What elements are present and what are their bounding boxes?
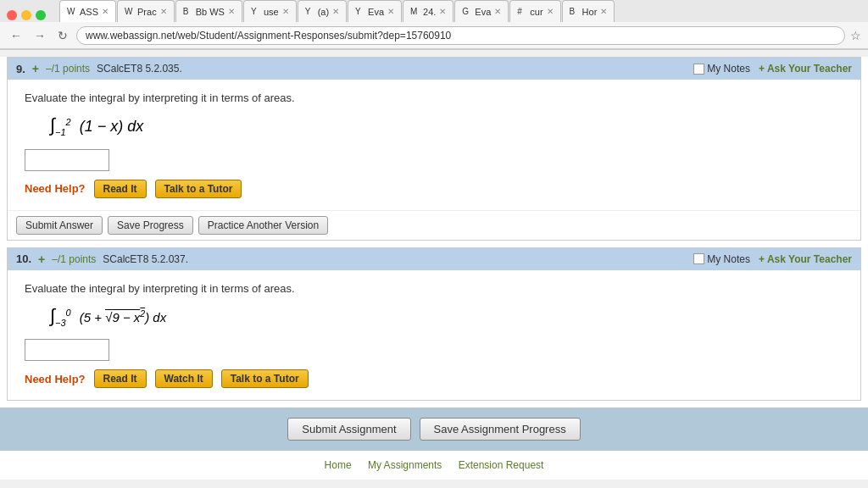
- question-10-prompt: Evaluate the integral by interpreting it…: [25, 282, 843, 295]
- ask-teacher-button-q10[interactable]: + Ask Your Teacher: [759, 253, 852, 265]
- question-10-answer-input[interactable]: [25, 339, 109, 361]
- tab-close-24[interactable]: ✕: [439, 7, 446, 16]
- tab-label-cur: cur: [530, 7, 542, 17]
- question-10: 10. + –/1 points SCalcET8 5.2.037. My No…: [7, 247, 861, 402]
- question-9-integral: ∫−12 (1 − x) dx: [50, 114, 843, 137]
- tab-icon-hor1: B: [570, 7, 580, 17]
- ask-teacher-plus-icon-q10: +: [759, 253, 765, 265]
- talk-to-tutor-button-q9[interactable]: Talk to a Tutor: [155, 180, 242, 198]
- ask-teacher-plus-icon-q9: +: [759, 63, 765, 75]
- page-content: 9. + –/1 points SCalcET8 5.2.035. My Not…: [0, 57, 868, 480]
- url-input[interactable]: [76, 26, 845, 45]
- tab-eva2[interactable]: G Eva ✕: [454, 0, 509, 22]
- tab-close-cur[interactable]: ✕: [547, 7, 554, 16]
- tab-label-use: use: [264, 7, 279, 17]
- question-9-prompt: Evaluate the integral by interpreting it…: [25, 92, 843, 104]
- tab-close-bb[interactable]: ✕: [228, 7, 235, 16]
- bookmark-icon[interactable]: ☆: [850, 29, 861, 42]
- read-it-button-q9[interactable]: Read It: [94, 180, 147, 198]
- tab-label-a: (a): [318, 7, 329, 17]
- tab-close-a[interactable]: ✕: [332, 7, 339, 16]
- tab-icon-a: Y: [305, 7, 315, 17]
- need-help-label-q10: Need Help?: [25, 373, 86, 385]
- tab-label-24: 24.: [423, 7, 436, 17]
- tab-icon-24: M: [410, 7, 420, 17]
- question-9-points: –/1 points: [46, 63, 90, 75]
- page-footer: Home My Assignments Extension Request: [0, 451, 868, 480]
- question-9-header-right: My Notes + Ask Your Teacher: [693, 63, 852, 75]
- close-button[interactable]: [7, 10, 17, 20]
- tab-label-prac: Prac: [137, 7, 157, 17]
- expand-icon-q10[interactable]: +: [38, 252, 45, 266]
- question-9-header-left: 9. + –/1 points SCalcET8 5.2.035.: [16, 62, 182, 75]
- question-9-number: 9.: [16, 63, 25, 75]
- my-notes-label-q10: My Notes: [707, 253, 750, 265]
- question-9-body: Evaluate the integral by interpreting it…: [8, 80, 860, 210]
- expand-icon-q9[interactable]: +: [32, 62, 39, 75]
- question-10-points: –/1 points: [52, 253, 96, 265]
- my-notes-checkbox-q9[interactable]: [693, 64, 704, 75]
- question-10-integral: ∫−30 (5 + √9 − x2) dx: [50, 305, 843, 328]
- tab-label-bb: Bb WS: [196, 7, 225, 17]
- tab-label-eva1: Eva: [368, 7, 384, 17]
- tab-icon-cur: #: [517, 7, 527, 17]
- ask-teacher-button-q9[interactable]: + Ask Your Teacher: [759, 63, 852, 75]
- question-10-number: 10.: [16, 252, 31, 265]
- tab-cur[interactable]: # cur ✕: [509, 0, 560, 22]
- tab-close-eva2[interactable]: ✕: [494, 7, 501, 16]
- save-assignment-progress-button[interactable]: Save Assignment Progress: [420, 418, 581, 441]
- my-assignments-link[interactable]: My Assignments: [368, 459, 442, 471]
- save-progress-button-q9[interactable]: Save Progress: [108, 216, 193, 235]
- submit-footer: Submit Assignment Save Assignment Progre…: [0, 408, 868, 451]
- watch-it-button-q10[interactable]: Watch It: [155, 369, 213, 388]
- extension-request-link[interactable]: Extension Request: [459, 459, 544, 471]
- tab-bb[interactable]: B Bb WS ✕: [175, 0, 242, 22]
- maximize-button[interactable]: [36, 10, 46, 20]
- question-10-header: 10. + –/1 points SCalcET8 5.2.037. My No…: [8, 248, 860, 270]
- question-10-id: SCalcET8 5.2.037.: [103, 253, 188, 265]
- tab-use[interactable]: Y use ✕: [243, 0, 297, 22]
- question-10-header-left: 10. + –/1 points SCalcET8 5.2.037.: [16, 252, 188, 266]
- question-10-help: Need Help? Read It Watch It Talk to a Tu…: [25, 369, 843, 388]
- my-notes-button-q9[interactable]: My Notes: [693, 63, 750, 75]
- tab-close-use[interactable]: ✕: [282, 7, 289, 16]
- practice-another-version-button-q9[interactable]: Practice Another Version: [198, 216, 328, 235]
- tab-close-eva1[interactable]: ✕: [387, 7, 394, 16]
- tab-icon-use: Y: [251, 7, 261, 17]
- home-link[interactable]: Home: [325, 459, 352, 471]
- tab-label-eva2: Eva: [475, 7, 491, 17]
- tab-icon-eva2: G: [462, 7, 472, 17]
- tab-icon-ass: W: [67, 7, 77, 17]
- my-notes-checkbox-q10[interactable]: [693, 253, 704, 264]
- tab-close-ass[interactable]: ✕: [102, 7, 108, 16]
- tab-icon-prac: W: [125, 7, 135, 17]
- tab-label-hor1: Hor: [582, 7, 598, 17]
- my-notes-label-q9: My Notes: [707, 63, 750, 75]
- back-button[interactable]: ←: [7, 27, 25, 44]
- tab-close-prac[interactable]: ✕: [160, 7, 167, 16]
- address-bar: ← → ↻ ☆: [0, 22, 868, 49]
- ask-teacher-label-q10: Ask Your Teacher: [767, 253, 852, 265]
- tab-close-hor1[interactable]: ✕: [600, 7, 607, 16]
- question-9: 9. + –/1 points SCalcET8 5.2.035. My Not…: [7, 57, 861, 241]
- submit-answer-button-q9[interactable]: Submit Answer: [16, 216, 103, 235]
- tab-icon-bb: B: [183, 7, 193, 17]
- need-help-label-q9: Need Help?: [25, 182, 86, 195]
- question-9-answer-input[interactable]: [25, 149, 109, 171]
- reload-button[interactable]: ↻: [54, 27, 71, 44]
- tab-hor1[interactable]: B Hor ✕: [562, 0, 615, 22]
- tab-a[interactable]: Y (a) ✕: [298, 0, 347, 22]
- tab-ass[interactable]: W ASS ✕: [59, 0, 116, 22]
- my-notes-button-q10[interactable]: My Notes: [693, 253, 750, 265]
- forward-button[interactable]: →: [31, 27, 49, 44]
- read-it-button-q10[interactable]: Read It: [94, 369, 147, 388]
- minimize-button[interactable]: [21, 10, 31, 20]
- tab-24[interactable]: M 24. ✕: [403, 0, 453, 22]
- tab-eva1[interactable]: Y Eva ✕: [348, 0, 402, 22]
- tab-icon-eva1: Y: [355, 7, 365, 17]
- talk-to-tutor-button-q10[interactable]: Talk to a Tutor: [221, 369, 309, 388]
- question-9-actions: Submit Answer Save Progress Practice Ano…: [8, 210, 860, 240]
- tab-prac[interactable]: W Prac ✕: [117, 0, 175, 22]
- submit-assignment-button[interactable]: Submit Assignment: [287, 418, 410, 441]
- question-9-header: 9. + –/1 points SCalcET8 5.2.035. My Not…: [8, 58, 860, 80]
